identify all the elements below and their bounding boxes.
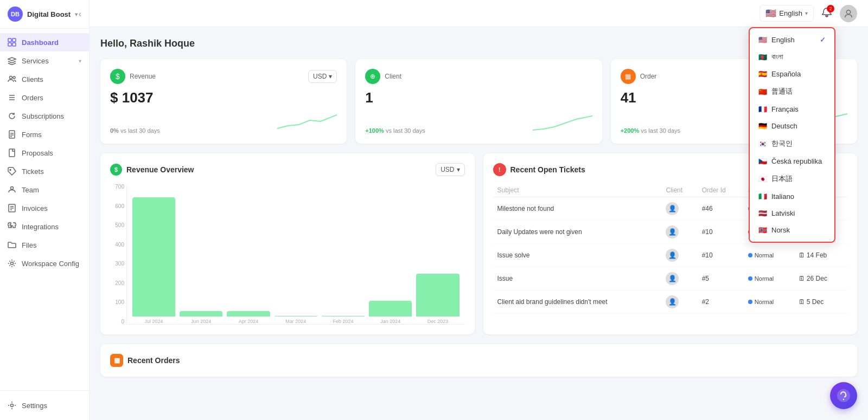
flag-zh: 🇨🇳 [758, 88, 767, 96]
lang-option-german[interactable]: 🇩🇪 Deutsch [750, 118, 834, 134]
col-subject: Subject [493, 184, 662, 197]
recent-orders-icon: ▦ [110, 354, 123, 367]
list-icon [8, 93, 16, 102]
client-mini-chart [533, 109, 592, 134]
topbar: 🇺🇸 English ▾ 2 🇺🇸 English ✓ [90, 0, 868, 27]
client-avatar: 👤 [666, 272, 679, 285]
lang-option-japanese[interactable]: 🇯🇵 日本語 [750, 170, 834, 188]
currency-selector[interactable]: USD ▾ [308, 70, 337, 83]
refresh-icon [8, 112, 16, 120]
sidebar-item-label: Forms [22, 131, 42, 139]
lang-label-ja: 日本語 [771, 174, 793, 184]
sidebar-item-integrations[interactable]: Integrations [0, 217, 89, 236]
lang-label-no: Norsk [771, 226, 790, 234]
bar-chart-area: 700 600 500 400 300 200 100 0 [110, 184, 465, 325]
lang-option-chinese[interactable]: 🇨🇳 普通话 [750, 82, 834, 101]
svg-point-15 [11, 187, 14, 190]
sidebar-item-workspace[interactable]: Workspace Config [0, 254, 89, 273]
page-title: Hello, Rashik Hoque [100, 38, 857, 49]
ticket-orderid: #10 [698, 221, 744, 244]
collapse-sidebar-button[interactable]: ‹ [79, 9, 81, 19]
svg-point-20 [11, 262, 14, 265]
selected-check-icon: ✓ [820, 36, 826, 44]
lang-option-latvian[interactable]: 🇱🇻 Latviski [750, 205, 834, 222]
sidebar-item-dashboard[interactable]: Dashboard [0, 33, 89, 51]
svg-point-23 [837, 389, 850, 402]
lang-option-czech[interactable]: 🇨🇿 Česká republika [750, 153, 834, 170]
sidebar-item-files[interactable]: Files [0, 236, 89, 254]
sidebar-item-services[interactable]: Services ▾ [0, 51, 89, 70]
lang-label-it: Italiano [771, 192, 794, 201]
ticket-client: 👤 [661, 290, 697, 314]
client-change: +100% [365, 127, 384, 134]
currency-value: USD [313, 73, 327, 80]
ticket-client: 👤 [661, 244, 697, 267]
sidebar-item-orders[interactable]: Orders [0, 88, 89, 107]
y-axis-labels: 700 600 500 400 300 200 100 0 [110, 184, 126, 325]
bar-label: Jun 2024 [191, 319, 211, 324]
users-icon [8, 75, 16, 83]
sidebar-item-label: Orders [22, 94, 43, 102]
gear-icon [8, 401, 16, 410]
table-row: Issue solve 👤 #10 Normal 🗓 14 Feb [493, 244, 848, 267]
lang-option-english[interactable]: 🇺🇸 English ✓ [750, 31, 834, 48]
sidebar-item-subscriptions[interactable]: Subscriptions [0, 107, 89, 125]
bar-label: Jan 2024 [380, 319, 400, 324]
table-row: Issue 👤 #5 Normal 🗓 26 Dec [493, 267, 848, 290]
settings2-icon [8, 259, 16, 268]
client-value: 1 [365, 89, 592, 106]
user-icon [844, 9, 853, 18]
user-avatar[interactable] [840, 5, 857, 22]
flag-ja: 🇯🇵 [758, 175, 767, 183]
bottom-row: $ Revenue Overview USD ▾ 700 600 500 [100, 153, 857, 334]
client-avatar: 👤 [666, 202, 679, 215]
lang-option-norsk[interactable]: 🇳🇴 Norsk [750, 222, 834, 238]
bar-jan2024: Jan 2024 [369, 301, 412, 324]
folder-icon [8, 241, 16, 249]
ticket-subject: Milestone not found [493, 197, 662, 221]
lang-label-bn: বাংলা [771, 53, 783, 61]
sidebar-item-label: Invoices [22, 204, 48, 212]
overview-currency-selector[interactable]: USD ▾ [436, 163, 464, 176]
lang-option-french[interactable]: 🇫🇷 Français [750, 101, 834, 118]
bar-value [275, 316, 317, 316]
brand-avatar: DB [8, 7, 23, 22]
sidebar-item-settings[interactable]: Settings [8, 396, 81, 415]
bar-dec2023: Dec 2023 [416, 274, 459, 324]
svg-rect-0 [8, 38, 11, 42]
svg-point-24 [843, 399, 844, 400]
client-label: Client [385, 73, 401, 80]
flag-it: 🇮🇹 [758, 192, 767, 201]
language-selector[interactable]: 🇺🇸 English ▾ [760, 5, 814, 22]
bar-jul2024: Jul 2024 [132, 197, 175, 324]
sidebar-item-clients[interactable]: Clients [0, 70, 89, 88]
lang-option-bangla[interactable]: 🇧🇩 বাংলা [750, 48, 834, 66]
lang-option-korean[interactable]: 🇰🇷 한국인 [750, 134, 834, 153]
bar-value [416, 274, 459, 316]
bar-label: Dec 2023 [427, 319, 449, 324]
flag-en: 🇺🇸 [758, 36, 767, 44]
ticket-subject: Daily Updates were not given [493, 221, 662, 244]
table-row: Client aid brand guidelines didn't meet … [493, 290, 848, 314]
lang-option-italian[interactable]: 🇮🇹 Italiano [750, 188, 834, 205]
file-text-icon [8, 130, 16, 139]
chevron-down-icon: ▾ [457, 166, 460, 173]
sidebar-item-tickets[interactable]: Tickets [0, 162, 89, 180]
priority-dot-icon [748, 253, 752, 257]
svg-point-4 [10, 76, 12, 79]
lang-option-espanola[interactable]: 🇪🇸 Española [750, 66, 834, 82]
col-client: Client [661, 184, 697, 197]
bar-feb2024: Feb 2024 [322, 316, 365, 324]
sidebar-item-invoices[interactable]: Invoices [0, 199, 89, 217]
lang-label-ko: 한국인 [771, 139, 793, 148]
float-help-button[interactable] [830, 382, 857, 409]
sidebar-item-proposals[interactable]: Proposals [0, 144, 89, 162]
svg-point-5 [13, 76, 15, 79]
sidebar-item-forms[interactable]: Forms [0, 125, 89, 144]
sidebar-item-team[interactable]: Team [0, 180, 89, 199]
file-icon [8, 148, 16, 157]
bar-value [180, 311, 222, 316]
notification-button[interactable]: 2 [821, 7, 832, 20]
revenue-overview-title: Revenue Overview [126, 165, 194, 174]
bar-mar2024: Mar 2024 [275, 316, 317, 324]
